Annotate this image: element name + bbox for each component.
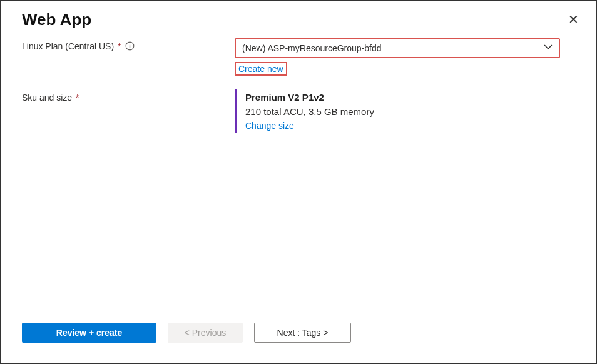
create-new-link[interactable]: Create new bbox=[238, 64, 283, 74]
svg-rect-4 bbox=[130, 45, 130, 48]
info-outline-icon[interactable] bbox=[125, 41, 135, 51]
change-size-link[interactable]: Change size bbox=[245, 121, 294, 131]
wizard-footer: Review + create < Previous Next : Tags > bbox=[1, 301, 596, 363]
linux-plan-row: Linux Plan (Central US) * (New) ASP-myRe… bbox=[22, 38, 581, 76]
next-tags-button[interactable]: Next : Tags > bbox=[254, 323, 351, 343]
sku-name: Premium V2 P1v2 bbox=[245, 92, 560, 103]
chevron-down-icon bbox=[544, 43, 553, 53]
sku-label: Sku and size * bbox=[22, 89, 235, 103]
linux-plan-select[interactable]: (New) ASP-myResourceGroup-bfdd bbox=[235, 38, 560, 58]
scroll-spacer bbox=[22, 137, 581, 287]
panel-header: Web App ✕ bbox=[1, 1, 596, 36]
required-asterisk: * bbox=[115, 41, 121, 51]
close-icon[interactable]: ✕ bbox=[566, 9, 581, 29]
create-new-highlight: Create new bbox=[235, 62, 287, 76]
required-asterisk: * bbox=[73, 93, 79, 103]
sku-detail: 210 total ACU, 3.5 GB memory bbox=[245, 106, 560, 117]
linux-plan-select-value: (New) ASP-myResourceGroup-bfdd bbox=[242, 43, 382, 53]
review-create-button[interactable]: Review + create bbox=[22, 323, 156, 343]
linux-plan-label: Linux Plan (Central US) * bbox=[22, 38, 235, 51]
form-scroll-area[interactable]: Region* Central US Can't find your App S… bbox=[1, 36, 596, 300]
svg-point-5 bbox=[130, 44, 131, 45]
sku-info-block: Premium V2 P1v2 210 total ACU, 3.5 GB me… bbox=[235, 89, 560, 133]
sku-row: Sku and size * Premium V2 P1v2 210 total… bbox=[22, 89, 581, 133]
previous-button: < Previous bbox=[168, 323, 243, 343]
page-title: Web App bbox=[22, 10, 91, 29]
